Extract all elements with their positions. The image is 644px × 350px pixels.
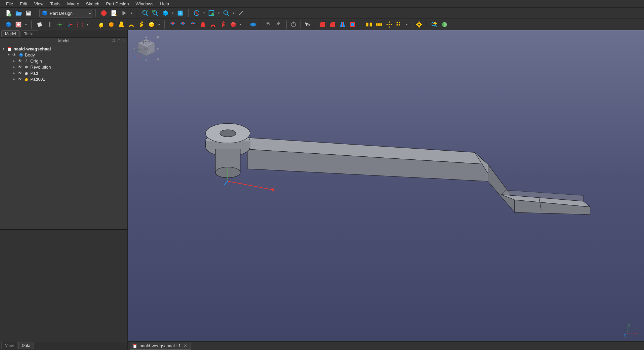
revolution-button[interactable] <box>107 20 116 29</box>
svg-marker-26 <box>37 22 42 27</box>
helix-button[interactable] <box>137 20 146 29</box>
svg-marker-99 <box>488 164 515 212</box>
draw-style-button[interactable] <box>192 9 201 17</box>
loft-button[interactable] <box>117 20 126 29</box>
svg-point-61 <box>389 22 390 23</box>
3d-viewport[interactable]: TOP FRONT <box>128 30 644 350</box>
menu-file[interactable]: File <box>3 1 16 7</box>
hole-button[interactable] <box>178 20 187 29</box>
document-tab-close-icon[interactable]: ✕ <box>183 343 188 348</box>
visibility-icon[interactable]: 👁 <box>17 59 22 63</box>
menu-edit[interactable]: Edit <box>16 1 31 7</box>
appearance-button[interactable] <box>440 20 449 29</box>
macro-edit-button[interactable] <box>110 9 118 17</box>
menu-windows[interactable]: Windows <box>132 1 157 7</box>
tree-item-revolution[interactable]: ▸ 👁 Revolution <box>11 64 127 70</box>
svg-rect-67 <box>397 24 398 26</box>
visibility-icon[interactable]: 👁 <box>17 77 22 81</box>
document-tab[interactable]: naald-weegschaal : 1 ✕ <box>130 342 191 350</box>
tree-body[interactable]: ▾ 👁 Body <box>6 52 127 58</box>
linear-pattern-button[interactable] <box>375 20 384 29</box>
visibility-icon[interactable]: 👁 <box>17 65 22 69</box>
boolean-button[interactable] <box>249 20 257 29</box>
tree-root[interactable]: ▾ naald-weegschaal <box>1 46 127 52</box>
additive-primitive-button[interactable] <box>147 20 156 29</box>
workbench-arrow-icon <box>89 11 91 16</box>
sprocket-button[interactable] <box>415 20 424 29</box>
thickness-button[interactable] <box>348 20 357 29</box>
undo-button[interactable] <box>264 20 273 29</box>
polar-pattern-button[interactable] <box>385 20 394 29</box>
check-geometry-button[interactable] <box>430 20 439 29</box>
measure-button[interactable] <box>237 9 245 17</box>
menu-help[interactable]: Help <box>157 1 172 7</box>
tree-item-pad[interactable]: ▸ 👁 Pad <box>11 70 127 76</box>
menu-sketch[interactable]: Sketch <box>83 1 103 7</box>
mirror-button[interactable] <box>365 20 373 29</box>
tree-item-pad001[interactable]: ▸ 👁 Pad001 <box>11 76 127 82</box>
menu-view[interactable]: View <box>31 1 47 7</box>
save-file-button[interactable] <box>24 9 33 17</box>
panel-max-icon[interactable]: ▢ <box>117 38 121 42</box>
macro-record-button[interactable] <box>99 9 108 17</box>
search-button[interactable]: + <box>222 9 231 17</box>
create-sketch-button[interactable] <box>14 20 23 29</box>
tab-view[interactable]: View <box>1 342 17 349</box>
groove-button[interactable] <box>189 20 197 29</box>
refresh-button[interactable] <box>289 20 298 29</box>
create-body-button[interactable] <box>4 20 13 29</box>
panel-restore-icon[interactable]: ❐ <box>111 38 115 42</box>
tree-item-origin[interactable]: ▸ 👁 Origin <box>11 58 127 64</box>
search-dropdown-icon[interactable] <box>232 11 235 15</box>
chamfer-button[interactable] <box>328 20 337 29</box>
datum-cs-button[interactable] <box>66 20 74 29</box>
create-sketch-dropdown-icon[interactable] <box>24 23 28 26</box>
tab-tasks[interactable]: Tasks <box>21 30 38 37</box>
subtractive-primitive-dropdown-icon[interactable] <box>239 23 242 26</box>
menu-macro[interactable]: Macro <box>64 1 83 7</box>
shape-binder-dropdown-icon[interactable] <box>86 23 89 26</box>
datum-point-button[interactable] <box>55 20 64 29</box>
sub-helix-button[interactable] <box>219 20 228 29</box>
bounding-box-button[interactable] <box>207 9 216 17</box>
redo-button[interactable] <box>274 20 283 29</box>
macro-run-button[interactable] <box>120 9 128 17</box>
pocket-button[interactable] <box>168 20 177 29</box>
draw-style-dropdown-icon[interactable] <box>202 11 206 15</box>
visibility-icon[interactable]: 👁 <box>17 71 22 75</box>
tab-model[interactable]: Model <box>1 30 20 37</box>
svg-rect-68 <box>399 24 400 26</box>
svg-marker-43 <box>201 22 206 27</box>
new-file-button[interactable] <box>4 9 13 17</box>
view-iso-dropdown-icon[interactable] <box>171 11 174 15</box>
tab-data[interactable]: Data <box>18 342 34 349</box>
zoom-selection-button[interactable] <box>151 9 160 17</box>
sweep-button[interactable] <box>127 20 136 29</box>
whats-this-button[interactable]: ? <box>303 20 312 29</box>
macro-dropdown-icon[interactable] <box>130 11 133 15</box>
pad-button[interactable] <box>97 20 106 29</box>
open-file-button[interactable] <box>14 9 23 17</box>
multi-transform-button[interactable] <box>395 20 404 29</box>
datum-line-button[interactable] <box>45 20 54 29</box>
pattern-dropdown-icon[interactable] <box>405 23 408 26</box>
shape-binder-button[interactable] <box>76 20 84 29</box>
datum-plane-button[interactable] <box>35 20 44 29</box>
fillet-button[interactable] <box>318 20 327 29</box>
draft-button[interactable] <box>338 20 347 29</box>
view-iso-button[interactable] <box>161 9 170 17</box>
visibility-icon[interactable]: 👁 <box>12 52 17 57</box>
sub-sweep-button[interactable] <box>209 20 217 29</box>
svg-line-110 <box>224 181 228 185</box>
panel-close-icon[interactable]: ✕ <box>122 38 126 42</box>
subtractive-primitive-button[interactable] <box>229 20 238 29</box>
additive-primitive-dropdown-icon[interactable] <box>157 23 161 26</box>
menu-part-design[interactable]: Part Design <box>103 1 132 7</box>
view-front-button[interactable] <box>176 9 185 17</box>
zoom-fit-button[interactable] <box>141 9 150 17</box>
workbench-selector[interactable]: Part Design <box>39 9 93 17</box>
menu-tools[interactable]: Tools <box>47 1 64 7</box>
bounding-box-dropdown-icon[interactable] <box>217 11 220 15</box>
sub-loft-button[interactable] <box>199 20 207 29</box>
document-tab-bar: naald-weegschaal : 1 ✕ <box>128 341 644 350</box>
